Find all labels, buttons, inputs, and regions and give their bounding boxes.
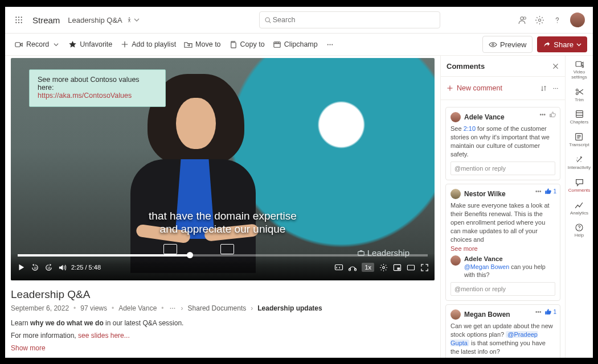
play-icon[interactable] — [17, 263, 26, 272]
video-views: 97 views — [80, 304, 107, 312]
clipchamp-button[interactable]: Clipchamp — [269, 36, 322, 52]
app-launcher-icon[interactable] — [11, 12, 27, 28]
svg-point-34 — [172, 308, 173, 309]
mention[interactable]: @Megan Bowen — [464, 263, 509, 270]
record-button[interactable]: Record — [11, 36, 64, 52]
chevron-down-icon[interactable] — [134, 16, 140, 23]
close-icon[interactable] — [552, 63, 559, 70]
person-icon[interactable] — [517, 15, 527, 25]
unfavorite-button[interactable]: Unfavorite — [64, 36, 116, 52]
comment-author[interactable]: Megan Bowen — [464, 311, 510, 318]
share-button[interactable]: Share — [537, 36, 587, 52]
svg-point-36 — [553, 88, 554, 89]
transcript-icon — [574, 132, 584, 142]
rail-analytics[interactable]: Analytics — [570, 200, 588, 216]
pip-icon[interactable] — [392, 263, 402, 272]
comment-author[interactable]: Adele Vance — [464, 255, 555, 262]
svg-point-7 — [18, 22, 19, 23]
video-author[interactable]: Adele Vance — [118, 304, 157, 312]
comment-author[interactable]: Adele Vance — [464, 113, 505, 121]
comment-body: See 2:10 for some of the customer storie… — [450, 125, 555, 158]
search-field[interactable] — [272, 15, 435, 24]
captions-icon[interactable] — [334, 263, 343, 272]
theater-icon[interactable] — [406, 263, 415, 272]
ellipsis-icon[interactable] — [169, 304, 177, 312]
main-column: See more about Contoso values here: http… — [5, 56, 440, 358]
sort-icon[interactable] — [540, 85, 547, 92]
svg-point-35 — [174, 308, 175, 309]
see-more-link[interactable]: See more — [450, 245, 555, 252]
avatar — [450, 189, 461, 199]
like-button[interactable]: 1 — [544, 308, 556, 316]
rail-help[interactable]: Help — [575, 222, 584, 238]
document-title[interactable]: Leadership Q&A — [68, 16, 122, 24]
thumbnail-icon[interactable] — [220, 244, 234, 254]
timestamp-link[interactable]: 2:10 — [464, 125, 476, 132]
show-more-link[interactable]: Show more — [11, 344, 435, 352]
forward-10-icon[interactable]: 10 — [44, 263, 53, 272]
comment-author[interactable]: Nestor Wilke — [464, 190, 506, 198]
clipchamp-icon — [273, 40, 281, 49]
reply-input[interactable]: @mention or reply — [450, 282, 555, 296]
player-controls: 10 10 2:25 / 5:48 1x — [11, 254, 435, 280]
audio-icon[interactable] — [348, 263, 357, 272]
like-button[interactable]: 1 — [544, 188, 556, 195]
ellipsis-icon[interactable]: ••• — [539, 111, 546, 118]
rail-video-settings[interactable]: Video settings — [566, 59, 593, 80]
share-label: Share — [554, 40, 574, 49]
svg-rect-16 — [15, 42, 20, 47]
app-window: Stream Leadership Q&A Record Unfavorite … — [5, 7, 593, 358]
move-to-label: Move to — [195, 40, 220, 48]
breadcrumb-item[interactable]: Leadership updates — [257, 304, 322, 312]
volume-icon[interactable] — [58, 263, 67, 272]
accessibility-icon[interactable] — [126, 16, 133, 23]
ellipsis-icon[interactable]: ••• — [535, 188, 542, 195]
video-player[interactable]: See more about Contoso values here: http… — [11, 58, 435, 280]
playback-rate[interactable]: 1x — [362, 263, 374, 272]
search-input[interactable] — [259, 11, 440, 28]
help-icon[interactable] — [552, 15, 562, 25]
move-icon — [184, 40, 192, 49]
settings-icon[interactable] — [379, 263, 388, 272]
brand-name[interactable]: Stream — [32, 15, 60, 25]
rail-transcript[interactable]: Transcript — [569, 132, 589, 148]
video-title: Leadership Q&A — [11, 288, 435, 301]
note-link[interactable]: https://aka.ms/ContosoValues — [38, 92, 132, 100]
thumbnail-icon[interactable] — [163, 244, 177, 254]
like-button[interactable] — [549, 111, 556, 118]
avatar — [450, 112, 461, 122]
rail-chapters[interactable]: Chapters — [570, 109, 588, 125]
new-comment-button[interactable]: New comment — [447, 84, 502, 92]
unfavorite-label: Unfavorite — [80, 40, 112, 48]
svg-point-14 — [538, 19, 540, 21]
top-bar: Stream Leadership Q&A — [5, 7, 593, 34]
rail-trim[interactable]: Trim — [575, 87, 584, 103]
preview-button[interactable]: Preview — [482, 36, 533, 53]
wand-icon — [575, 155, 584, 164]
video-note-card[interactable]: See more about Contoso values here: http… — [29, 69, 166, 107]
move-to-button[interactable]: Move to — [180, 36, 224, 52]
fullscreen-icon[interactable] — [420, 263, 429, 272]
svg-rect-32 — [407, 265, 414, 270]
svg-rect-39 — [576, 61, 581, 67]
add-playlist-button[interactable]: Add to playlist — [116, 36, 180, 52]
ellipsis-icon[interactable] — [552, 85, 559, 92]
copy-to-button[interactable]: Copy to — [225, 36, 269, 52]
slides-link[interactable]: see slides here... — [78, 332, 130, 340]
ellipsis-icon[interactable]: ••• — [535, 309, 542, 315]
right-rail: Video settings Trim Chapters Transcript … — [565, 56, 593, 358]
breadcrumb-item[interactable]: Shared Documents — [188, 304, 247, 312]
rail-interactivity[interactable]: Interactivity — [568, 155, 591, 171]
gear-icon — [575, 59, 584, 69]
chapters-icon — [575, 109, 584, 119]
settings-icon[interactable] — [535, 15, 544, 25]
mention[interactable]: @Pradeep Gupta — [450, 331, 538, 346]
overflow-button[interactable] — [322, 36, 338, 52]
reply-input[interactable]: @mention or reply — [450, 162, 555, 175]
comment-body: Can we get an update about the new stock… — [450, 322, 555, 355]
rewind-10-icon[interactable]: 10 — [30, 263, 39, 272]
svg-point-10 — [265, 18, 269, 22]
rail-comments[interactable]: Comments — [568, 177, 591, 193]
progress-bar[interactable] — [18, 254, 428, 257]
user-avatar[interactable] — [570, 13, 585, 27]
